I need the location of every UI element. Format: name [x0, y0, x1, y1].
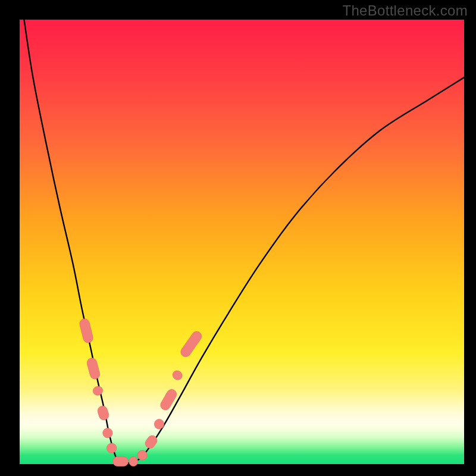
- watermark-text: TheBottleneck.com: [342, 2, 468, 19]
- marker-pill: [86, 357, 101, 380]
- marker-pill: [159, 387, 178, 412]
- curve-layer: [20, 20, 464, 464]
- marker-pill: [92, 385, 104, 396]
- marker-pill: [152, 418, 165, 431]
- marker-pill: [179, 330, 203, 359]
- bottleneck-curve: [24, 20, 464, 464]
- marker-pill: [102, 427, 114, 439]
- marker-pill: [96, 405, 110, 421]
- chart-frame: TheBottleneck.com: [0, 0, 476, 476]
- marker-pill: [113, 456, 129, 466]
- marker-pill: [129, 456, 138, 466]
- marker-pill: [79, 318, 94, 344]
- marker-layer: [79, 318, 203, 466]
- marker-pill: [105, 441, 118, 454]
- marker-pill: [171, 369, 184, 381]
